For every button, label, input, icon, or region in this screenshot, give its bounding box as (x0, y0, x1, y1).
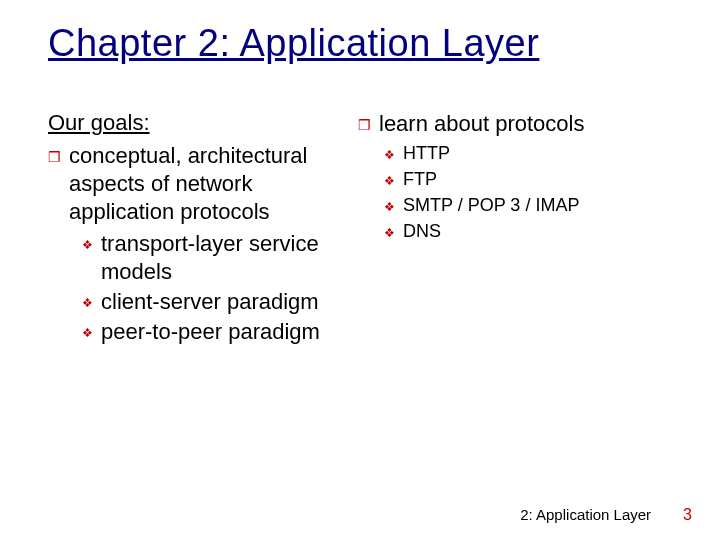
list-item: ❖ peer-to-peer paradigm (82, 318, 348, 346)
goals-heading: Our goals: (48, 110, 348, 136)
footer: 2: Application Layer 3 (520, 506, 692, 524)
item-text: FTP (403, 168, 437, 190)
footer-chapter: 2: Application Layer (520, 506, 651, 523)
list-item: ❖ client-server paradigm (82, 288, 348, 316)
slide-title: Chapter 2: Application Layer (48, 22, 539, 65)
item-text: conceptual, architectural aspects of net… (69, 142, 348, 226)
list-item: ❖ SMTP / POP 3 / IMAP (384, 194, 688, 218)
list-item: ❖ FTP (384, 168, 688, 192)
diamond-bullet-icon: ❖ (384, 222, 395, 244)
slide: Chapter 2: Application Layer Our goals: … (0, 0, 720, 540)
list-item: ❖ DNS (384, 220, 688, 244)
item-text: DNS (403, 220, 441, 242)
list-item: ❒ learn about protocols (358, 110, 688, 138)
item-text: transport-layer service models (101, 230, 348, 286)
diamond-bullet-icon: ❖ (82, 292, 93, 314)
sublist: ❖ HTTP ❖ FTP ❖ SMTP / POP 3 / IMAP ❖ DNS (384, 142, 688, 244)
list-item: ❖ HTTP (384, 142, 688, 166)
right-column: ❒ learn about protocols ❖ HTTP ❖ FTP ❖ S… (358, 110, 688, 348)
list-item: ❖ transport-layer service models (82, 230, 348, 286)
list-item: ❒ conceptual, architectural aspects of n… (48, 142, 348, 226)
item-text: SMTP / POP 3 / IMAP (403, 194, 579, 216)
item-text: peer-to-peer paradigm (101, 318, 320, 346)
left-column: Our goals: ❒ conceptual, architectural a… (48, 110, 348, 348)
item-text: learn about protocols (379, 110, 584, 138)
diamond-bullet-icon: ❖ (384, 170, 395, 192)
item-text: client-server paradigm (101, 288, 319, 316)
diamond-bullet-icon: ❖ (82, 234, 93, 256)
slide-body: Our goals: ❒ conceptual, architectural a… (48, 110, 690, 348)
diamond-bullet-icon: ❖ (82, 322, 93, 344)
diamond-bullet-icon: ❖ (384, 144, 395, 166)
footer-page-number: 3 (683, 506, 692, 524)
square-bullet-icon: ❒ (48, 146, 61, 168)
diamond-bullet-icon: ❖ (384, 196, 395, 218)
sublist: ❖ transport-layer service models ❖ clien… (82, 230, 348, 346)
item-text: HTTP (403, 142, 450, 164)
square-bullet-icon: ❒ (358, 114, 371, 136)
